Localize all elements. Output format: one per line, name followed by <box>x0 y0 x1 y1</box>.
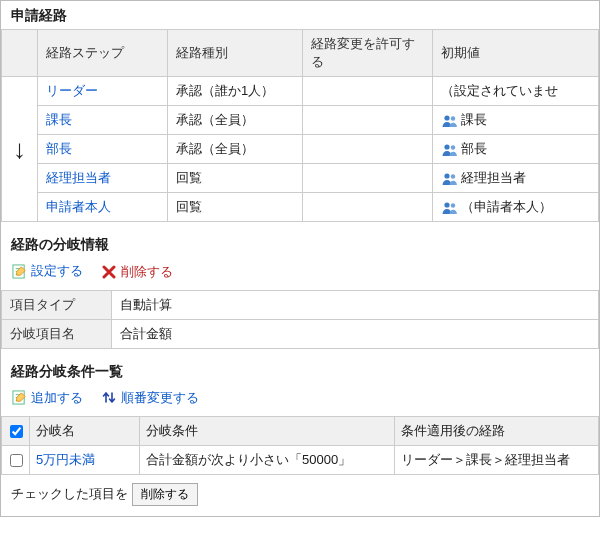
kv-item-type-label: 項目タイプ <box>2 290 112 319</box>
svg-point-3 <box>451 145 455 149</box>
cond-row-check[interactable] <box>10 454 23 467</box>
reorder-link[interactable]: 順番変更する <box>101 389 199 407</box>
cond-table: 分岐名 分岐条件 条件適用後の経路 5万円未満合計金額が次より小さい「50000… <box>1 416 599 475</box>
route-default: （設定されていませ <box>433 77 599 106</box>
route-allow <box>303 193 433 222</box>
people-icon <box>441 201 459 215</box>
svg-point-0 <box>444 115 449 120</box>
route-allow <box>303 106 433 135</box>
route-allow <box>303 164 433 193</box>
svg-point-6 <box>444 202 449 207</box>
route-th-arrow <box>2 30 38 77</box>
delete-x-icon <box>101 264 117 280</box>
cond-th-name: 分岐名 <box>30 417 140 446</box>
delete-checked-button[interactable]: 削除する <box>132 483 198 506</box>
route-step-link[interactable]: 部長 <box>46 141 72 156</box>
route-allow <box>303 135 433 164</box>
kv-branch-field-label: 分岐項目名 <box>2 319 112 348</box>
people-icon <box>441 172 459 186</box>
branch-cond-title: 経路分岐条件一覧 <box>1 349 599 385</box>
cond-name-link[interactable]: 5万円未満 <box>36 452 95 467</box>
arrow-down-icon: ↓ <box>13 134 26 164</box>
route-kind: 承認（全員） <box>168 106 303 135</box>
delete-branch-label: 削除する <box>121 263 173 281</box>
svg-point-2 <box>444 144 449 149</box>
route-row: ↓リーダー承認（誰か1人）（設定されていませ <box>2 77 599 106</box>
route-default: 課長 <box>433 106 599 135</box>
branch-info-title: 経路の分岐情報 <box>1 222 599 258</box>
route-step-link[interactable]: 経理担当者 <box>46 170 111 185</box>
route-th-kind: 経路種別 <box>168 30 303 77</box>
route-step-link[interactable]: リーダー <box>46 83 98 98</box>
add-cond-label: 追加する <box>31 389 83 407</box>
route-row: 部長承認（全員）部長 <box>2 135 599 164</box>
svg-point-1 <box>451 116 455 120</box>
route-th-step: 経路ステップ <box>38 30 168 77</box>
footer-checked-label: チェックした項目を <box>11 486 128 501</box>
cond-th-check <box>2 417 30 446</box>
route-section-title: 申請経路 <box>1 1 599 29</box>
cond-th-after: 条件適用後の経路 <box>395 417 599 446</box>
branch-kv-table: 項目タイプ 自動計算 分岐項目名 合計金額 <box>1 290 599 349</box>
route-default: （申請者本人） <box>433 193 599 222</box>
reorder-icon <box>101 390 117 406</box>
route-table: 経路ステップ 経路種別 経路変更を許可する 初期値 ↓リーダー承認（誰か1人）（… <box>1 29 599 222</box>
route-kind: 承認（全員） <box>168 135 303 164</box>
people-icon <box>441 143 459 157</box>
kv-item-type-value: 自動計算 <box>112 290 599 319</box>
route-row: 経理担当者回覧経理担当者 <box>2 164 599 193</box>
cond-th-cond: 分岐条件 <box>140 417 395 446</box>
svg-point-7 <box>451 203 455 207</box>
people-icon <box>441 114 459 128</box>
add-cond-link[interactable]: 追加する <box>11 389 83 407</box>
route-default: 部長 <box>433 135 599 164</box>
cond-check-all[interactable] <box>10 425 23 438</box>
cond-after: リーダー＞課長＞経理担当者 <box>395 446 599 475</box>
route-th-default: 初期値 <box>433 30 599 77</box>
route-default: 経理担当者 <box>433 164 599 193</box>
edit-icon <box>11 390 27 406</box>
kv-branch-field-value: 合計金額 <box>112 319 599 348</box>
route-allow <box>303 77 433 106</box>
route-kind: 承認（誰か1人） <box>168 77 303 106</box>
edit-icon <box>11 263 27 279</box>
configure-label: 設定する <box>31 262 83 280</box>
route-row: 申請者本人回覧（申請者本人） <box>2 193 599 222</box>
cond-row: 5万円未満合計金額が次より小さい「50000」リーダー＞課長＞経理担当者 <box>2 446 599 475</box>
route-th-allow: 経路変更を許可する <box>303 30 433 77</box>
configure-link[interactable]: 設定する <box>11 262 83 280</box>
svg-point-5 <box>451 174 455 178</box>
route-kind: 回覧 <box>168 193 303 222</box>
route-arrow-cell: ↓ <box>2 77 38 222</box>
route-row: 課長承認（全員）課長 <box>2 106 599 135</box>
cond-text: 合計金額が次より小さい「50000」 <box>140 446 395 475</box>
reorder-label: 順番変更する <box>121 389 199 407</box>
route-kind: 回覧 <box>168 164 303 193</box>
delete-branch-link[interactable]: 削除する <box>101 263 173 281</box>
svg-point-4 <box>444 173 449 178</box>
route-step-link[interactable]: 課長 <box>46 112 72 127</box>
route-step-link[interactable]: 申請者本人 <box>46 199 111 214</box>
